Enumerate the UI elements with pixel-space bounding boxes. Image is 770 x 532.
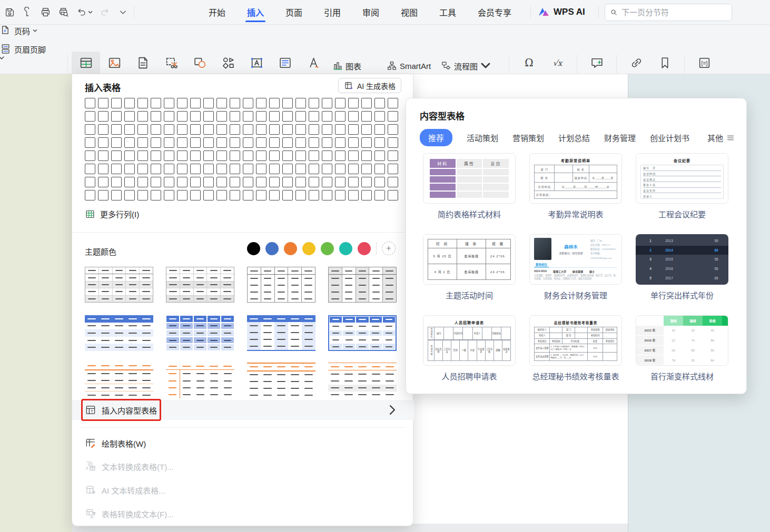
- grid-cell[interactable]: [151, 164, 161, 174]
- print-preview-icon[interactable]: [58, 7, 69, 18]
- grid-cell[interactable]: [177, 111, 187, 122]
- grid-cell[interactable]: [111, 124, 122, 135]
- table-style-preview-o1[interactable]: [85, 363, 153, 398]
- table-style-preview-g1[interactable]: [85, 267, 153, 303]
- tab-工具[interactable]: 工具: [438, 0, 457, 24]
- grid-cell[interactable]: [151, 137, 161, 148]
- grid-cell[interactable]: [282, 150, 293, 161]
- table-style-preview-o3[interactable]: [247, 363, 315, 398]
- category-tab-计划总结[interactable]: 计划总结: [558, 132, 590, 143]
- grid-cell[interactable]: [137, 124, 148, 135]
- grid-cell[interactable]: [335, 177, 345, 187]
- grid-cell[interactable]: [282, 98, 293, 108]
- grid-cell[interactable]: [124, 164, 135, 174]
- grid-cell[interactable]: [374, 137, 385, 148]
- grid-cell[interactable]: [190, 137, 201, 148]
- grid-cell[interactable]: [111, 111, 122, 122]
- grid-cell[interactable]: [177, 98, 187, 108]
- grid-cell[interactable]: [348, 137, 359, 148]
- grid-cell[interactable]: [151, 124, 161, 135]
- grid-cell[interactable]: [230, 137, 240, 148]
- tab-审阅[interactable]: 审阅: [361, 0, 380, 24]
- theme-color-swatch[interactable]: [339, 242, 352, 255]
- table-style-preview-o2[interactable]: [166, 363, 234, 398]
- grid-cell[interactable]: [98, 164, 108, 174]
- grid-cell[interactable]: [348, 190, 359, 200]
- grid-cell[interactable]: [151, 98, 161, 108]
- grid-cell[interactable]: [243, 177, 253, 187]
- grid-cell[interactable]: [177, 124, 187, 135]
- template-card-performance[interactable]: 总经理秘书绩效考核量表 被考核人 部 门 考核周期绩效考核 考核人 职 务 考核…: [529, 315, 622, 382]
- grid-cell[interactable]: [243, 98, 253, 108]
- tab-页面[interactable]: 页面: [284, 0, 303, 24]
- grid-cell[interactable]: [137, 150, 148, 161]
- grid-cell[interactable]: [269, 177, 280, 187]
- grid-cell[interactable]: [256, 124, 266, 135]
- grid-cell[interactable]: [216, 98, 227, 108]
- grid-cell[interactable]: [374, 111, 385, 122]
- grid-cell[interactable]: [137, 164, 148, 174]
- grid-cell[interactable]: [282, 137, 293, 148]
- wps-ai-button[interactable]: WPS AI: [538, 0, 585, 24]
- grid-cell[interactable]: [85, 111, 95, 122]
- grid-cell[interactable]: [282, 164, 293, 174]
- undo-icon[interactable]: [76, 7, 93, 18]
- grid-cell[interactable]: [137, 190, 148, 200]
- grid-cell[interactable]: [256, 190, 266, 200]
- grid-cell[interactable]: [98, 177, 108, 187]
- grid-cell[interactable]: [388, 111, 398, 122]
- menu-item-ai-text-to-table[interactable]: AI 文本转成表格...: [72, 481, 414, 499]
- grid-cell[interactable]: [216, 124, 227, 135]
- grid-cell[interactable]: [295, 124, 306, 135]
- table-style-preview-g4[interactable]: [328, 267, 397, 303]
- grid-cell[interactable]: [124, 124, 135, 135]
- grid-cell[interactable]: [243, 137, 253, 148]
- table-style-preview-b4[interactable]: [328, 315, 397, 351]
- grid-cell[interactable]: [282, 190, 293, 200]
- grid-cell[interactable]: [177, 190, 187, 200]
- grid-cell[interactable]: [269, 124, 280, 135]
- grid-cell[interactable]: [322, 150, 332, 161]
- grid-cell[interactable]: [361, 150, 372, 161]
- grid-cell[interactable]: [388, 98, 398, 108]
- grid-cell[interactable]: [374, 98, 385, 108]
- grid-cell[interactable]: [111, 164, 122, 174]
- grid-cell[interactable]: [348, 150, 359, 161]
- grid-cell[interactable]: [190, 124, 201, 135]
- grid-cell[interactable]: [190, 190, 201, 200]
- grid-cell[interactable]: [388, 177, 398, 187]
- chevron-down-icon[interactable]: [117, 7, 129, 18]
- grid-cell[interactable]: [243, 164, 253, 174]
- grid-cell[interactable]: [203, 177, 214, 187]
- grid-cell[interactable]: [309, 177, 319, 187]
- tab-开始[interactable]: 开始: [208, 0, 226, 24]
- grid-cell[interactable]: [85, 177, 95, 187]
- grid-cell[interactable]: [361, 164, 372, 174]
- grid-cell[interactable]: [361, 124, 372, 135]
- template-card-finance-resume[interactable]: 森林木 求职意向：财务管理 城市：广州 出生日期：1995.1.1 联系电话：1…: [529, 234, 622, 300]
- print-icon[interactable]: [40, 7, 51, 18]
- table-style-preview-o4[interactable]: [328, 363, 397, 398]
- grid-cell[interactable]: [230, 190, 240, 200]
- grid-cell[interactable]: [295, 111, 306, 122]
- grid-cell[interactable]: [295, 150, 306, 161]
- grid-cell[interactable]: [322, 124, 332, 135]
- grid-cell[interactable]: [256, 111, 266, 122]
- theme-color-swatch[interactable]: [247, 242, 260, 255]
- grid-cell[interactable]: [361, 137, 372, 148]
- grid-cell[interactable]: [203, 124, 214, 135]
- grid-cell[interactable]: [256, 164, 266, 174]
- grid-cell[interactable]: [203, 137, 214, 148]
- theme-color-swatch[interactable]: [358, 242, 371, 255]
- grid-cell[interactable]: [203, 150, 214, 161]
- grid-cell[interactable]: [295, 177, 306, 187]
- grid-cell[interactable]: [322, 137, 332, 148]
- grid-cell[interactable]: [322, 164, 332, 174]
- theme-color-swatch[interactable]: [302, 242, 315, 255]
- grid-cell[interactable]: [203, 190, 214, 200]
- grid-cell[interactable]: [335, 137, 345, 148]
- grid-cell[interactable]: [388, 137, 398, 148]
- grid-cell[interactable]: [374, 177, 385, 187]
- grid-cell[interactable]: [295, 164, 306, 174]
- grid-cell[interactable]: [124, 177, 135, 187]
